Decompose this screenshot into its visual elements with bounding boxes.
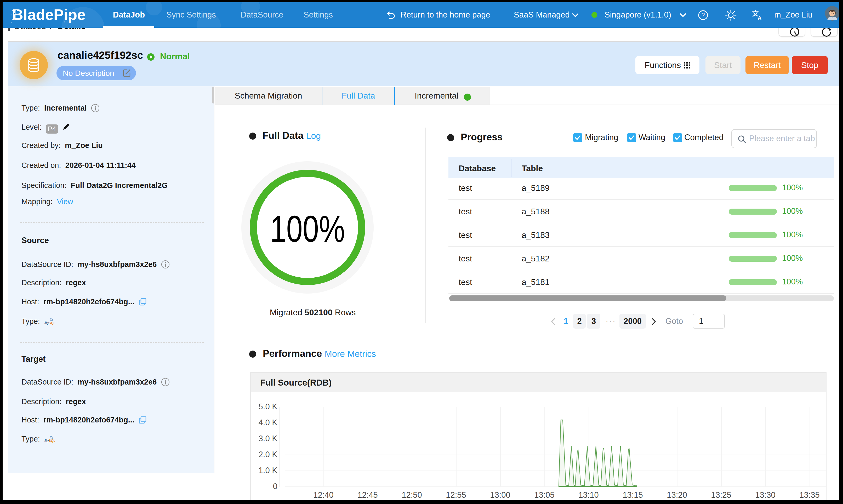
svg-text:SQL: SQL: [49, 439, 55, 443]
svg-text:SQL: SQL: [49, 321, 55, 325]
svg-text:A: A: [757, 15, 762, 20]
svg-text:?: ?: [701, 12, 705, 19]
